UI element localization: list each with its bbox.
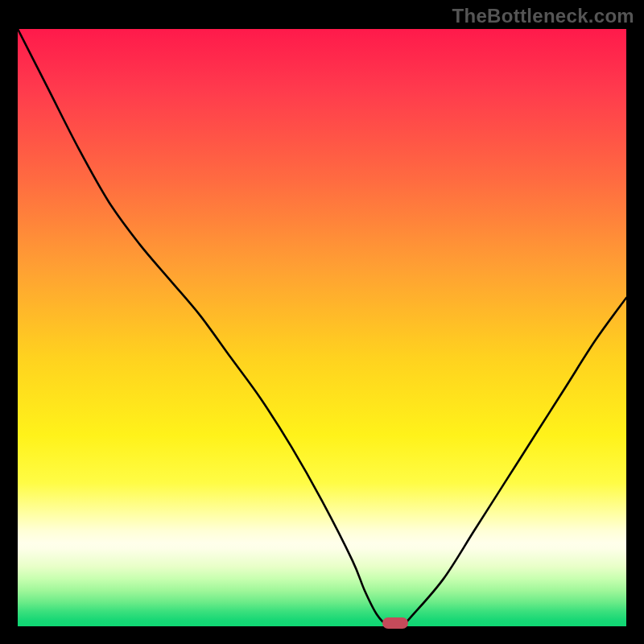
optimal-marker (382, 617, 408, 629)
curve-path (18, 29, 626, 626)
plot-area (18, 29, 626, 626)
chart-frame: TheBottleneck.com (0, 0, 644, 644)
bottleneck-curve (18, 29, 626, 626)
watermark-text: TheBottleneck.com (452, 5, 634, 27)
